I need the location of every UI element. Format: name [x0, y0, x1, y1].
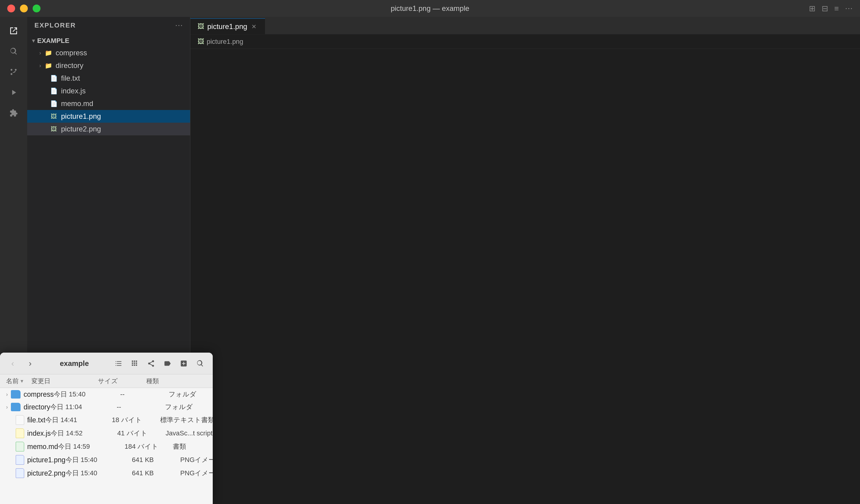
- sort-arrow-icon: ▾: [20, 378, 23, 384]
- sidebar-item-picture1[interactable]: 🖼 picture1.png: [27, 110, 190, 123]
- maximize-button[interactable]: [33, 4, 41, 12]
- finder-filetxt-icon: [16, 415, 24, 425]
- minimize-button[interactable]: [20, 4, 28, 12]
- sidebar-header: Explorer ⋯: [27, 17, 190, 34]
- finder-empty-area: [0, 480, 213, 504]
- explorer-root-label[interactable]: ▾ EXAMPLE: [27, 35, 190, 46]
- finder-row-directory[interactable]: › directory 今日 11:04 -- フォルダ: [0, 401, 213, 413]
- sidebar-item-indexjs[interactable]: 📄 index.js: [27, 85, 190, 97]
- col-size-header[interactable]: サイズ: [98, 377, 146, 385]
- finder-path: example: [41, 359, 108, 368]
- finder-tag-icon[interactable]: [161, 357, 174, 370]
- finder-file-list: › compress 今日 15:40 -- フォルダ › directory …: [0, 388, 213, 480]
- activity-run[interactable]: [4, 83, 23, 102]
- finder-toolbar: ‹ › example: [0, 352, 213, 374]
- finder-back-button[interactable]: ‹: [6, 357, 19, 370]
- sidebar-item-picture2[interactable]: 🖼 picture2.png: [27, 123, 190, 135]
- split-icon[interactable]: ⊟: [822, 4, 828, 13]
- breadcrumb-file: picture1.png: [207, 38, 243, 46]
- memomd-icon: 📄: [49, 99, 58, 108]
- finder-picture1-icon: [16, 455, 24, 465]
- more-icon[interactable]: ⋯: [845, 4, 853, 13]
- finder-directory-expand[interactable]: ›: [6, 404, 8, 410]
- activity-source-control[interactable]: [4, 63, 23, 81]
- finder-picture1-name: picture1.png: [6, 455, 66, 465]
- window-title: picture1.png — example: [391, 4, 469, 13]
- breadcrumb-icon: 🖼: [198, 38, 204, 46]
- sidebar-menu-icon[interactable]: ⋯: [175, 21, 183, 30]
- finder-indexjs-icon: [16, 429, 24, 438]
- directory-chevron: ›: [39, 62, 41, 69]
- sidebar-title: Explorer: [34, 21, 76, 29]
- tab-close-button[interactable]: ✕: [250, 23, 258, 31]
- activity-explorer[interactable]: [4, 22, 23, 40]
- filetxt-label: file.txt: [61, 74, 80, 83]
- explorer-root: ▾ EXAMPLE › 📁 compress › 📁 directory: [27, 34, 190, 136]
- finder-view-list-icon[interactable]: [112, 357, 125, 370]
- finder-filetxt-name: file.txt: [6, 415, 45, 425]
- root-chevron: ▾: [32, 38, 35, 44]
- finder-picture2-name: picture2.png: [6, 469, 66, 478]
- col-kind-header[interactable]: 種類: [146, 377, 207, 385]
- finder-forward-button[interactable]: ›: [24, 357, 37, 370]
- finder-view-grid-icon[interactable]: [128, 357, 141, 370]
- sidebar-item-compress[interactable]: › 📁 compress: [27, 46, 190, 59]
- finder-directory-name: › directory: [6, 403, 50, 411]
- indexjs-icon: 📄: [49, 87, 58, 95]
- finder-row-compress[interactable]: › compress 今日 15:40 -- フォルダ: [0, 388, 213, 401]
- tab-bar: 🖼 picture1.png ✕: [190, 17, 860, 34]
- breadcrumb-bar: 🖼 picture1.png: [190, 34, 860, 49]
- directory-folder-icon: 📁: [44, 61, 53, 70]
- picture1-label: picture1.png: [61, 112, 101, 120]
- layout-icon[interactable]: ⊞: [809, 4, 816, 13]
- finder-row-picture1[interactable]: picture1.png 今日 15:40 641 KB PNGイメージ: [0, 453, 213, 466]
- directory-label: directory: [56, 61, 83, 70]
- picture1-icon: 🖼: [49, 112, 58, 120]
- svg-point-1: [15, 69, 17, 71]
- finder-compress-expand[interactable]: ›: [6, 391, 8, 398]
- finder-compress-name: › compress: [6, 390, 54, 399]
- sidebar-item-filetxt[interactable]: 📄 file.txt: [27, 72, 190, 85]
- compress-folder-icon: 📁: [44, 49, 53, 57]
- finder-add-icon[interactable]: [177, 357, 190, 370]
- compress-chevron: ›: [39, 50, 41, 56]
- tab-picture1-icon: 🖼: [198, 23, 204, 30]
- memomd-label: memo.md: [61, 99, 94, 108]
- finder-picture2-icon: [16, 469, 24, 478]
- titlebar-right-icons: ⊞ ⊟ ≡ ⋯: [809, 4, 853, 13]
- svg-point-2: [11, 69, 12, 71]
- activity-search[interactable]: [4, 42, 23, 60]
- sidebar-item-directory[interactable]: › 📁 directory: [27, 59, 190, 72]
- finder-row-filetxt[interactable]: file.txt 今日 14:41 18 バイト 標準テキスト書類: [0, 413, 213, 427]
- picture2-icon: 🖼: [49, 125, 58, 133]
- finder-column-headers: 名前 ▾ 変更日 サイズ 種類: [0, 374, 213, 388]
- panel-icon[interactable]: ≡: [834, 4, 839, 13]
- finder-share-icon[interactable]: [144, 357, 158, 370]
- finder-memomd-name: memo.md: [6, 442, 58, 451]
- root-name: EXAMPLE: [37, 37, 69, 45]
- window-controls: [7, 4, 41, 12]
- finder-row-indexjs[interactable]: index.js 今日 14:52 41 バイト JavaSc...t scri…: [0, 427, 213, 440]
- sidebar-item-memomd[interactable]: 📄 memo.md: [27, 97, 190, 110]
- filetxt-icon: 📄: [49, 74, 58, 83]
- finder-search-icon[interactable]: [194, 357, 207, 370]
- finder-compress-folder-icon: [11, 390, 20, 399]
- close-button[interactable]: [7, 4, 15, 12]
- tab-picture1[interactable]: 🖼 picture1.png ✕: [190, 18, 265, 34]
- finder-row-picture2[interactable]: picture2.png 今日 15:40 641 KB PNGイメージ: [0, 466, 213, 480]
- tab-picture1-label: picture1.png: [207, 23, 247, 31]
- col-name-header[interactable]: 名前 ▾: [6, 377, 31, 385]
- finder-toolbar-icons: [112, 357, 207, 370]
- editor-content: [190, 49, 860, 504]
- compress-label: compress: [56, 49, 87, 57]
- finder-panel: ‹ › example: [0, 352, 213, 504]
- svg-point-0: [11, 73, 12, 75]
- titlebar: picture1.png — example ⊞ ⊟ ≡ ⋯: [0, 0, 860, 17]
- indexjs-label: index.js: [61, 87, 86, 95]
- activity-extensions[interactable]: [4, 104, 23, 122]
- editor-area: 🖼 picture1.png ✕ 🖼 picture1.png: [190, 17, 860, 504]
- finder-directory-folder-icon: [11, 403, 20, 411]
- finder-row-memomd[interactable]: memo.md 今日 14:59 184 バイト 書類: [0, 440, 213, 453]
- col-date-header[interactable]: 変更日: [31, 377, 98, 385]
- finder-indexjs-name: index.js: [6, 429, 51, 438]
